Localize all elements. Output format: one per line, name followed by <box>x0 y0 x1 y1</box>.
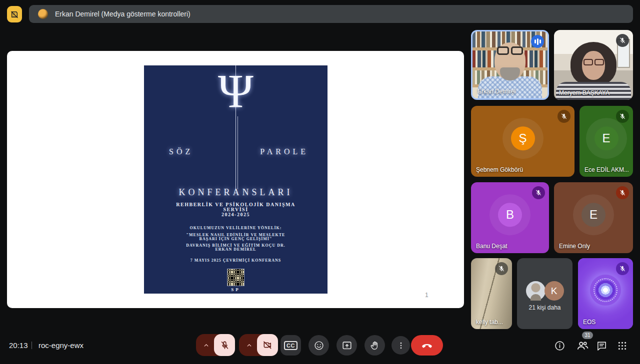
slide-subtitle: REHBERLİK VE PSİKOLOJİK DANIŞMA SERVİSİ … <box>144 202 328 217</box>
participant-count-badge: 31 <box>582 332 593 339</box>
camera-off-button[interactable] <box>257 334 278 356</box>
participant-initial-avatar: K <box>544 281 564 301</box>
participant-tile-eos[interactable]: EOS <box>578 258 633 329</box>
mic-mute-button[interactable] <box>214 334 235 356</box>
participant-name: Ece EDİL AKM... <box>584 166 629 173</box>
slide-topic: "MESLEK NASIL EDİNİLİR VE MESLEKTE BAŞAR… <box>144 233 328 241</box>
microphone-control-group[interactable] <box>196 334 235 356</box>
slide-date-line: 7 MAYIS 2025 ÇEVRİMİÇİ KONFERANS <box>144 259 328 263</box>
presenting-label: Erkan Demirel (Medya gösterme kontroller… <box>55 10 190 18</box>
media-off-icon <box>10 10 19 19</box>
more-participants-tile[interactable]: K 21 kişi daha <box>517 258 572 329</box>
mic-off-icon <box>616 34 629 47</box>
mic-off-icon <box>558 110 570 123</box>
participant-avatar: B <box>498 203 522 227</box>
participant-name: Emine Only <box>559 243 590 250</box>
smiley-icon <box>314 340 324 351</box>
slide-subtitle-line3: 2024-2025 <box>144 212 328 217</box>
participant-name: kelly tab... <box>476 319 503 326</box>
participant-avatar: Ş <box>511 126 535 150</box>
slide-title: KONFERANSLARI <box>144 187 328 198</box>
person-glasses <box>496 46 524 55</box>
stop-media-button[interactable] <box>7 6 22 22</box>
chat-button[interactable] <box>595 339 608 352</box>
clock-time: 20:13 <box>9 341 28 350</box>
end-call-icon <box>420 339 434 352</box>
participant-tile-sebnem-gokboru[interactable]: Ş Şebnem Gökbörü <box>471 106 574 177</box>
mic-off-icon <box>220 341 230 350</box>
more-options-button[interactable] <box>392 336 410 355</box>
present-screen-button[interactable] <box>336 335 357 356</box>
show-participants-button[interactable] <box>576 339 589 352</box>
participant-name: Erkan Demirel <box>478 88 516 95</box>
slide-word-soz: SÖZ <box>169 147 193 156</box>
speaking-indicator-icon <box>531 35 544 48</box>
slide-logo-caption: SP <box>144 287 328 292</box>
end-call-button[interactable] <box>411 335 443 356</box>
participant-tile-ece-edil[interactable]: E Ece EDİL AKM... <box>580 106 633 177</box>
participant-name: Banu Deşat <box>476 243 508 250</box>
participant-name: Meryem BAŞKAYA <box>559 89 610 96</box>
participant-avatar: E <box>582 203 606 227</box>
divider <box>32 342 32 349</box>
mic-off-icon <box>616 186 629 199</box>
mic-off-icon <box>616 262 629 275</box>
camera-options-chevron[interactable] <box>239 334 259 356</box>
participant-name: EOS <box>583 319 596 326</box>
camera-off-icon <box>262 340 272 350</box>
more-participants-label: 21 kişi daha <box>517 304 572 311</box>
slide-speaker-line2: ERKAN DEMİREL <box>144 248 328 252</box>
slide-topic-line2: BAŞARI İÇİN GENÇ GELİŞİMİ" <box>144 237 328 241</box>
slide-speaker: DAVRANIŞ BİLİMCİ VE EĞİTİM KOÇU DR. ERKA… <box>144 244 328 252</box>
presenting-banner[interactable]: Erkan Demirel (Medya gösterme kontroller… <box>29 5 633 23</box>
participant-photo-avatar <box>526 281 546 301</box>
presentation-slide: Ψ SÖZ PAROLE KONFERANSLARI REHBERLİK VE … <box>144 65 328 294</box>
participant-avatar: E <box>594 126 618 150</box>
qr-code <box>228 269 244 286</box>
activities-button[interactable] <box>616 339 628 352</box>
meet-window: { "top_bar": { "presenting_label": "Erka… <box>0 0 640 364</box>
meeting-details-button[interactable] <box>553 339 566 352</box>
info-icon <box>554 340 566 352</box>
slide-page-number: 1 <box>425 292 428 299</box>
person-glasses <box>582 59 604 65</box>
captions-icon: CC <box>284 341 298 350</box>
people-icon <box>576 339 589 352</box>
raise-hand-icon <box>370 340 380 351</box>
mic-off-icon <box>495 262 508 275</box>
mic-off-icon <box>616 110 629 123</box>
participant-tile-meryem-baskaya[interactable]: Meryem BAŞKAYA <box>554 30 633 100</box>
slide-word-parole: PAROLE <box>260 147 308 156</box>
person-face <box>582 51 605 80</box>
reactions-button[interactable] <box>308 335 329 356</box>
chat-icon <box>596 340 608 352</box>
more-options-icon <box>396 341 406 350</box>
camera-control-group[interactable] <box>239 334 278 356</box>
presenter-avatar <box>38 9 48 19</box>
participant-tile-erkan-demirel[interactable]: Erkan Demirel <box>471 30 549 100</box>
raise-hand-button[interactable] <box>364 335 385 356</box>
mic-off-icon <box>532 186 545 199</box>
psi-symbol: Ψ <box>144 66 328 116</box>
mic-options-chevron[interactable] <box>196 334 216 356</box>
meeting-code: roc-egny-ewx <box>38 341 84 350</box>
participant-tile-kelly[interactable]: kelly tab... <box>471 258 512 329</box>
apps-grid-icon <box>617 341 628 351</box>
overflow-avatars: K <box>526 281 564 301</box>
slide-audience-line: OKULUMUZUN VELİLERİNE YÖNELİK: <box>144 226 328 230</box>
participant-name: Şebnem Gökbörü <box>476 166 523 173</box>
slide-staff-line-2 <box>238 116 238 189</box>
shared-screen-canvas[interactable]: Ψ SÖZ PAROLE KONFERANSLARI REHBERLİK VE … <box>7 51 464 308</box>
captions-button[interactable]: CC <box>280 335 301 356</box>
participant-tile-banu-desat[interactable]: B Banu Deşat <box>471 182 549 253</box>
present-screen-icon <box>342 340 352 351</box>
participant-tile-emine-only[interactable]: E Emine Only <box>554 182 633 253</box>
mandala-image <box>590 275 621 306</box>
